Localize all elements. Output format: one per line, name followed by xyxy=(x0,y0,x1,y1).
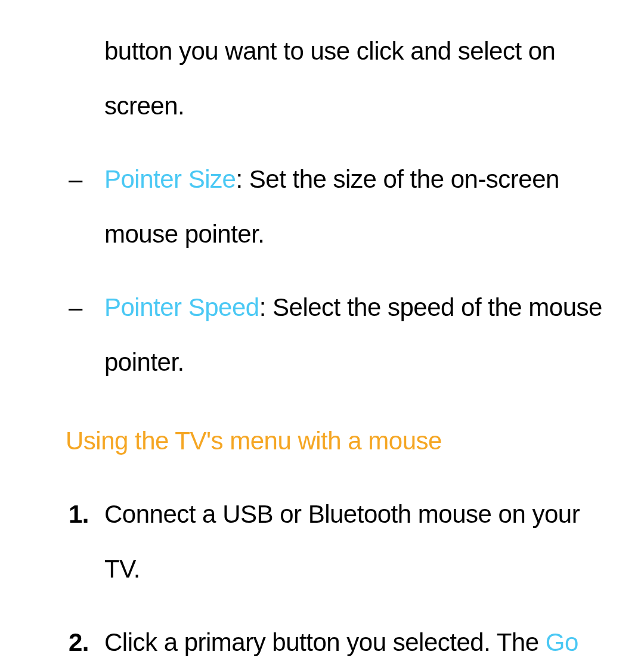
bullet-item: – Pointer Speed: Select the speed of the… xyxy=(69,280,608,390)
step-body: Click a primary button you selected. The… xyxy=(104,615,608,658)
bullet-marker: – xyxy=(69,152,104,262)
step-text: Connect a USB or Bluetooth mouse on your… xyxy=(104,500,580,583)
bullet-label: Pointer Speed xyxy=(104,293,259,321)
numbered-step: 1. Connect a USB or Bluetooth mouse on y… xyxy=(69,487,608,597)
step-number: 1. xyxy=(69,487,104,597)
step-body: Connect a USB or Bluetooth mouse on your… xyxy=(104,487,608,597)
bullet-body: Pointer Size: Set the size of the on-scr… xyxy=(104,152,608,262)
step-text-before: Click a primary button you selected. The xyxy=(104,628,546,656)
bullet-label: Pointer Size xyxy=(104,165,236,193)
bullet-body: Pointer Speed: Select the speed of the m… xyxy=(104,280,608,390)
bullet-marker: – xyxy=(69,280,104,390)
bullet-item: – Pointer Size: Set the size of the on-s… xyxy=(69,152,608,262)
step-number: 2. xyxy=(69,615,104,658)
numbered-step: 2. Click a primary button you selected. … xyxy=(69,615,608,658)
section-heading: Using the TV's menu with a mouse xyxy=(66,414,608,468)
continuation-text: button you want to use click and select … xyxy=(104,24,608,134)
